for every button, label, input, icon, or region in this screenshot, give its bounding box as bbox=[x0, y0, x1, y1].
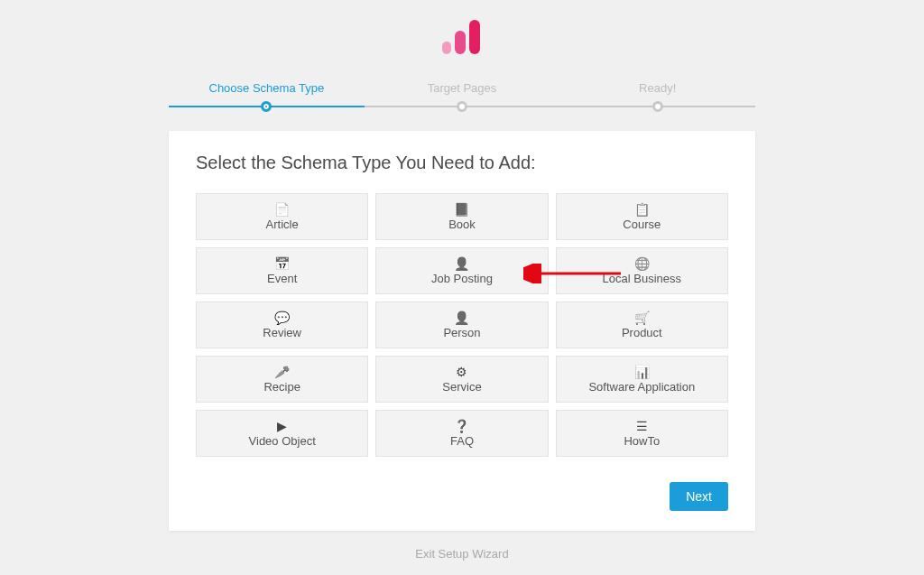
schema-type-tile[interactable]: 📕Book bbox=[375, 193, 548, 240]
user-plus-icon: 👤 bbox=[454, 257, 469, 270]
list-icon: ☰ bbox=[636, 420, 648, 432]
schema-type-label: Course bbox=[623, 218, 661, 231]
book-icon: 📕 bbox=[454, 203, 469, 216]
wizard-progress: Choose Schema Type Target Pages Ready! bbox=[169, 81, 755, 107]
comment-icon: 💬 bbox=[274, 311, 290, 324]
user-icon: 👤 bbox=[454, 311, 469, 324]
schema-type-label: Service bbox=[442, 380, 481, 394]
progress-bar bbox=[169, 106, 755, 107]
schema-type-grid: 📄Article📕Book📋Course📅Event👤Job Posting🌐L… bbox=[196, 193, 728, 457]
schema-type-label: HowTo bbox=[624, 434, 660, 448]
schema-type-label: FAQ bbox=[450, 434, 474, 448]
schema-type-tile[interactable]: 📅Event bbox=[196, 247, 368, 294]
schema-type-label: Job Posting bbox=[431, 272, 493, 285]
exit-setup-wizard-link[interactable]: Exit Setup Wizard bbox=[0, 547, 924, 561]
schema-type-tile[interactable]: 📋Course bbox=[556, 193, 728, 240]
schema-type-label: Recipe bbox=[263, 380, 300, 394]
progress-step-label: Target Pages bbox=[365, 81, 560, 95]
svg-rect-1 bbox=[455, 31, 466, 54]
schema-type-tile[interactable]: 💬Review bbox=[196, 301, 368, 348]
progress-dot bbox=[652, 101, 663, 112]
dashboard-icon: 📊 bbox=[634, 366, 650, 378]
schema-type-tile[interactable]: 📄Article bbox=[196, 193, 368, 240]
progress-dot bbox=[457, 101, 467, 112]
progress-step-label: Choose Schema Type bbox=[169, 81, 365, 95]
carrot-icon: 🥕 bbox=[274, 366, 290, 378]
schema-type-label: Event bbox=[267, 272, 297, 285]
question-icon: ❓ bbox=[454, 420, 469, 432]
schema-type-tile[interactable]: ☰HowTo bbox=[556, 410, 728, 457]
cart-icon: 🛒 bbox=[634, 311, 650, 324]
schema-type-tile[interactable]: 👤Person bbox=[375, 301, 548, 348]
schema-type-tile[interactable]: ▶Video Object bbox=[196, 410, 368, 457]
schema-type-tile[interactable]: 📊Software Application bbox=[556, 356, 728, 403]
calendar-icon: 📅 bbox=[274, 257, 290, 270]
schema-type-tile[interactable]: 🛒Product bbox=[556, 301, 728, 348]
brand-logo bbox=[0, 0, 924, 81]
wizard-card: Select the Schema Type You Need to Add: … bbox=[169, 131, 755, 531]
file-icon: 📄 bbox=[274, 203, 290, 216]
schema-type-tile[interactable]: 🥕Recipe bbox=[196, 356, 368, 403]
bars-chart-icon bbox=[442, 18, 482, 54]
schema-type-tile[interactable]: 👤Job Posting bbox=[375, 247, 548, 294]
schema-type-label: Software Application bbox=[588, 380, 695, 394]
schema-type-tile[interactable]: ⚙Service bbox=[375, 356, 548, 403]
card-title: Select the Schema Type You Need to Add: bbox=[196, 153, 728, 173]
schema-type-label: Person bbox=[443, 326, 480, 339]
schema-type-label: Video Object bbox=[249, 434, 316, 448]
gear-icon: ⚙ bbox=[456, 366, 467, 378]
schema-type-label: Book bbox=[448, 218, 476, 231]
schema-type-tile[interactable]: ❓FAQ bbox=[375, 410, 548, 457]
globe-icon: 🌐 bbox=[634, 257, 650, 270]
svg-rect-2 bbox=[469, 20, 480, 54]
clipboard-icon: 📋 bbox=[634, 203, 650, 216]
progress-step-label: Ready! bbox=[559, 81, 755, 95]
schema-type-label: Article bbox=[266, 218, 299, 231]
schema-type-tile[interactable]: 🌐Local Business bbox=[556, 247, 728, 294]
svg-rect-0 bbox=[442, 42, 451, 54]
next-button[interactable]: Next bbox=[670, 482, 728, 511]
schema-type-label: Product bbox=[622, 326, 662, 339]
schema-type-label: Local Business bbox=[603, 272, 681, 285]
play-icon: ▶ bbox=[277, 420, 287, 432]
progress-dot bbox=[261, 101, 272, 112]
schema-type-label: Review bbox=[263, 326, 301, 339]
